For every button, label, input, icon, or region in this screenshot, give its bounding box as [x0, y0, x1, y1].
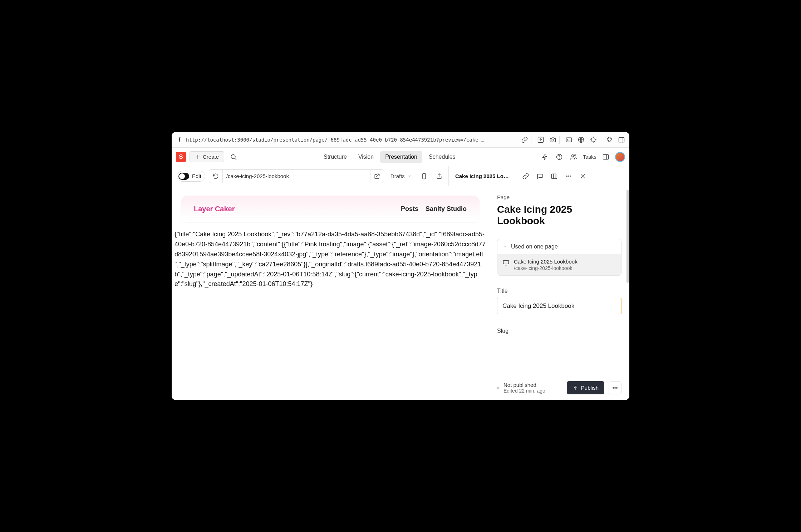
tasks-link[interactable]: Tasks: [583, 154, 596, 160]
publish-button[interactable]: Publish: [567, 381, 604, 394]
tab-structure[interactable]: Structure: [319, 151, 352, 163]
presentation-toolbar: Edit Drafts Cake Icing 2025 Lo…: [172, 166, 629, 186]
svg-point-17: [613, 387, 614, 388]
svg-point-6: [231, 154, 235, 159]
avatar[interactable]: [615, 152, 625, 162]
close-icon: [579, 173, 586, 180]
comment-icon: [536, 173, 544, 180]
browser-url-bar: i http://localhost:3000/studio/presentat…: [172, 132, 629, 148]
scrollbar[interactable]: [626, 190, 629, 283]
svg-rect-2: [566, 138, 572, 142]
panel-header: Cake Icing 2025 Lo…: [448, 166, 589, 186]
drafts-label: Drafts: [390, 173, 405, 179]
search-icon: [230, 153, 237, 161]
extensions-icon[interactable]: [606, 136, 613, 143]
studio-topnav: S Create Structure Vision Presentation S…: [172, 148, 629, 166]
svg-point-4: [591, 138, 595, 142]
link-icon: [522, 173, 529, 180]
more-horizontal-icon: [565, 173, 572, 180]
nav-tabs: Structure Vision Presentation Schedules: [243, 151, 536, 163]
main-split: Layer Caker Posts Sanity Studio {"title"…: [172, 186, 629, 400]
desktop-icon: [502, 259, 510, 266]
panels-icon[interactable]: [618, 136, 625, 143]
close-panel-button[interactable]: [577, 171, 589, 182]
permalink-icon[interactable]: [521, 136, 528, 143]
external-link-icon: [373, 173, 380, 180]
tab-vision[interactable]: Vision: [353, 151, 379, 163]
used-row-title: Cake Icing 2025 Lookbook: [514, 258, 578, 265]
inspect-button[interactable]: [549, 171, 560, 182]
slug-field-label: Slug: [497, 328, 621, 334]
search-button[interactable]: [228, 151, 239, 163]
share-icon: [436, 173, 443, 180]
site-brand[interactable]: Layer Caker: [194, 205, 235, 213]
svg-point-8: [571, 154, 574, 157]
open-external-button[interactable]: [370, 170, 384, 183]
site-nav-posts[interactable]: Posts: [401, 205, 418, 213]
browser-url[interactable]: http://localhost:3000/studio/presentatio…: [186, 137, 518, 143]
panel-right-icon[interactable]: [601, 152, 611, 162]
svg-point-19: [616, 387, 618, 388]
preview-pane: Layer Caker Posts Sanity Studio {"title"…: [172, 186, 489, 400]
preview-json-dump: {"title":"Cake Icing 2025 Lookbook","_re…: [172, 230, 489, 296]
svg-point-1: [552, 139, 554, 141]
preview-path-input-wrap: [209, 169, 384, 183]
svg-rect-12: [551, 174, 557, 178]
status-not-published: Not published: [503, 382, 545, 388]
edit-toggle[interactable]: Edit: [177, 171, 205, 182]
tab-schedules[interactable]: Schedules: [424, 151, 461, 163]
used-on-pages-toggle[interactable]: Used on one page: [497, 239, 621, 254]
footer-more-button[interactable]: [609, 381, 621, 394]
preview-site-header: Layer Caker Posts Sanity Studio: [181, 196, 480, 222]
chevron-down-icon: [502, 244, 507, 249]
columns-icon: [551, 173, 558, 180]
comments-button[interactable]: [534, 171, 546, 182]
help-icon[interactable]: [554, 152, 564, 162]
publish-icon: [573, 385, 578, 391]
create-button[interactable]: Create: [190, 151, 224, 162]
camera-icon[interactable]: [549, 136, 556, 143]
mobile-icon: [421, 173, 428, 180]
svg-rect-16: [503, 260, 509, 264]
mobile-viewport-button[interactable]: [418, 171, 430, 182]
drafts-dropdown[interactable]: Drafts: [388, 171, 415, 181]
svg-point-9: [574, 154, 576, 156]
title-field-label: Title: [497, 288, 621, 294]
download-icon[interactable]: [537, 136, 544, 143]
globe-icon[interactable]: [578, 136, 585, 143]
terminal-icon[interactable]: [565, 136, 573, 143]
bolt-icon[interactable]: [540, 152, 550, 162]
document-panel: Page Cake Icing 2025 Lookbook Used on on…: [489, 186, 629, 400]
svg-rect-10: [603, 154, 609, 159]
svg-rect-5: [619, 137, 624, 142]
crosshair-icon[interactable]: [590, 136, 597, 143]
used-row-path: /cake-icing-2025-lookbook: [514, 265, 578, 271]
users-icon[interactable]: [569, 152, 579, 162]
site-nav-studio[interactable]: Sanity Studio: [426, 205, 467, 213]
status-edited: Edited 22 min. ago: [503, 388, 545, 394]
site-nav: Posts Sanity Studio: [401, 205, 467, 213]
reload-button[interactable]: [209, 170, 223, 183]
preview-path-input[interactable]: [223, 173, 370, 179]
publish-label: Publish: [581, 385, 599, 391]
used-on-pages-box: Used on one page Cake Icing 2025 Lookboo…: [497, 239, 621, 276]
tab-presentation[interactable]: Presentation: [380, 151, 422, 163]
panel-link-button[interactable]: [520, 171, 531, 182]
used-on-page-row[interactable]: Cake Icing 2025 Lookbook /cake-icing-202…: [497, 254, 621, 275]
chevron-down-icon: [407, 174, 412, 179]
svg-point-18: [615, 387, 616, 388]
reload-icon: [212, 173, 219, 180]
sanity-logo[interactable]: S: [176, 152, 186, 162]
svg-point-13: [566, 176, 567, 177]
more-actions-button[interactable]: [563, 171, 574, 182]
share-button[interactable]: [433, 171, 445, 182]
svg-point-14: [568, 176, 569, 177]
document-heading: Cake Icing 2025 Lookbook: [497, 204, 621, 227]
site-info-icon[interactable]: i: [176, 136, 183, 143]
used-on-pages-label: Used on one page: [511, 243, 558, 250]
topnav-right: Tasks: [540, 152, 625, 162]
svg-point-15: [570, 176, 571, 177]
edit-label: Edit: [192, 173, 201, 179]
app-window: i http://localhost:3000/studio/presentat…: [172, 132, 629, 400]
title-field-input[interactable]: [497, 298, 621, 314]
